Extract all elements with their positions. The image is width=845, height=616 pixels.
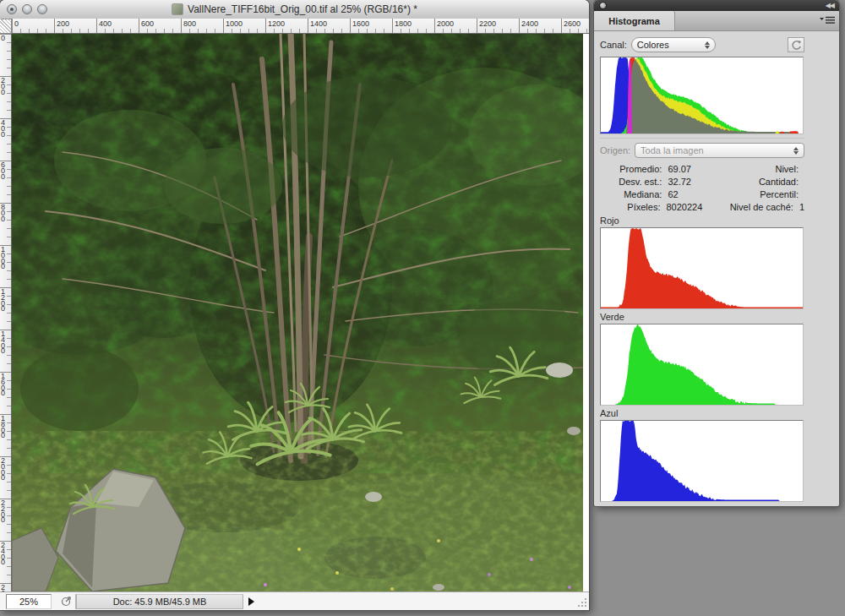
refresh-icon xyxy=(791,40,802,51)
collapse-panel-icon[interactable]: ◀◀ xyxy=(826,2,834,9)
document-window: VallNere_TIFF16bit_Orig_00.tif al 25% (R… xyxy=(0,0,589,610)
source-value: Toda la imagen xyxy=(641,145,704,155)
source-label: Origen: xyxy=(600,145,630,155)
stat-value: 1 xyxy=(793,202,804,212)
statistics-block: Promedio: 69.07 Nivel: Desv. est.: 32.72… xyxy=(600,162,804,213)
stat-label: Percentil: xyxy=(728,189,799,199)
preview-icon xyxy=(61,596,72,607)
ruler-horizontal[interactable]: 0200400600800100012001400160018002000220… xyxy=(12,19,589,34)
panel-tab-bar: Histograma xyxy=(594,11,839,31)
tab-histograma[interactable]: Histograma xyxy=(594,11,675,30)
channel-label: Canal: xyxy=(600,40,627,50)
doc-info-segment[interactable]: Doc: 45.9 MB/45.9 MB xyxy=(76,594,243,609)
panel-menu-icon[interactable] xyxy=(820,15,835,25)
histogram-panel: ◀◀ Histograma Canal: Colores xyxy=(594,0,839,506)
resize-grip[interactable] xyxy=(576,597,587,608)
document-thumbnail-icon xyxy=(172,3,183,15)
tab-label: Histograma xyxy=(608,16,660,26)
channel-value: Colores xyxy=(637,40,669,50)
canvas-area[interactable] xyxy=(12,34,588,591)
ruler-vertical[interactable]: 02 0 04 0 06 0 08 0 01 0 0 01 2 0 01 4 0… xyxy=(0,34,12,591)
channel-dropdown[interactable]: Colores xyxy=(631,37,716,52)
stat-value: 32.72 xyxy=(662,177,728,187)
histogram-colores[interactable] xyxy=(600,57,804,134)
canvas-photo[interactable] xyxy=(12,34,583,591)
stat-value: 62 xyxy=(662,189,728,199)
stat-label: Promedio: xyxy=(600,164,662,174)
ruler-origin-corner[interactable] xyxy=(0,19,12,34)
chevron-updown-icon xyxy=(705,41,710,49)
section-label-rojo: Rojo xyxy=(600,215,804,226)
stat-value: 69.07 xyxy=(662,164,728,174)
stat-label: Mediana: xyxy=(600,189,662,199)
section-label-azul: Azul xyxy=(600,408,804,418)
stat-label: Nivel de caché: xyxy=(725,202,793,212)
status-bar: 25% Doc: 45.9 MB/45.9 MB xyxy=(0,591,589,610)
status-menu-arrow[interactable] xyxy=(248,597,254,606)
stat-label: Desv. est.: xyxy=(600,177,662,187)
section-label-verde: Verde xyxy=(600,312,804,322)
histogram-verde[interactable] xyxy=(600,324,804,406)
doc-info-text: Doc: 45.9 MB/45.9 MB xyxy=(113,597,207,607)
panel-group-button[interactable] xyxy=(599,2,607,9)
histogram-rojo[interactable] xyxy=(600,227,804,309)
stat-label: Píxeles: xyxy=(600,202,660,212)
stat-value: 8020224 xyxy=(660,202,725,212)
stat-label: Cantidad: xyxy=(728,177,799,187)
zoom-level-field[interactable]: 25% xyxy=(6,594,52,609)
histogram-azul[interactable] xyxy=(600,420,804,502)
window-title: VallNere_TIFF16bit_Orig_00.tif al 25% (R… xyxy=(188,3,417,15)
chevron-updown-icon xyxy=(793,147,799,155)
titlebar[interactable]: VallNere_TIFF16bit_Orig_00.tif al 25% (R… xyxy=(0,0,589,19)
zoom-level-value: 25% xyxy=(19,597,38,607)
source-dropdown[interactable]: Toda la imagen xyxy=(635,143,804,158)
refresh-histogram-button[interactable] xyxy=(788,37,804,52)
status-preview-button[interactable] xyxy=(57,594,76,609)
panel-header-bar[interactable]: ◀◀ xyxy=(594,0,839,11)
stat-label: Nivel: xyxy=(728,164,799,174)
